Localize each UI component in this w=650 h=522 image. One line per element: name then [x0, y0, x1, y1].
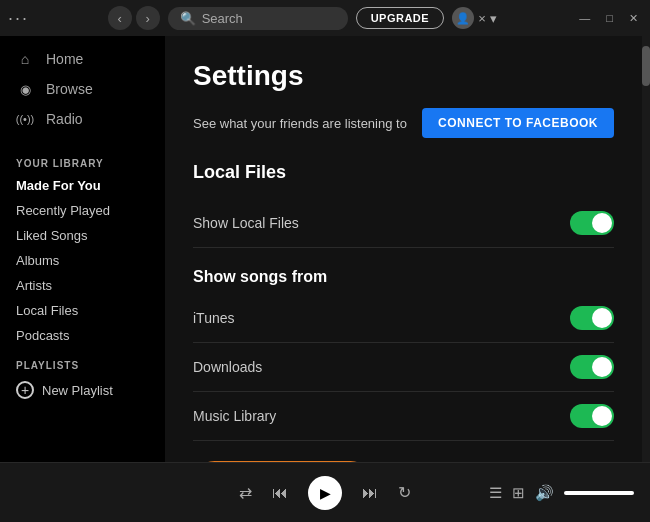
menu-dots: ··· — [8, 8, 29, 29]
search-bar[interactable]: 🔍 Search — [168, 7, 348, 30]
playlists-label: PLAYLISTS — [0, 360, 165, 371]
nav-buttons: ‹ › — [108, 6, 160, 30]
back-button[interactable]: ‹ — [108, 6, 132, 30]
search-icon: 🔍 — [180, 11, 196, 26]
page-title: Settings — [193, 60, 614, 92]
sidebar-item-made-for-you[interactable]: Made For You — [0, 173, 165, 198]
user-area: 👤 × ▾ — [452, 7, 497, 29]
sidebar-item-browse[interactable]: ◉ Browse — [16, 74, 149, 104]
your-library-label: YOUR LIBRARY — [0, 158, 165, 169]
maximize-button[interactable]: □ — [602, 10, 617, 27]
itunes-label: iTunes — [193, 310, 235, 326]
radio-icon: ((•)) — [16, 110, 34, 128]
sidebar-item-local-files[interactable]: Local Files — [0, 298, 165, 323]
sidebar-nav: ⌂ Home ◉ Browse ((•)) Radio — [0, 44, 165, 134]
music-library-row: Music Library — [193, 392, 614, 441]
close-button[interactable]: ✕ — [625, 10, 642, 27]
titlebar-center: ‹ › 🔍 Search UPGRADE 👤 × ▾ — [29, 6, 575, 30]
show-local-files-toggle[interactable] — [570, 211, 614, 235]
titlebar: ··· ‹ › 🔍 Search UPGRADE 👤 × ▾ — □ ✕ — [0, 0, 650, 36]
forward-button[interactable]: › — [136, 6, 160, 30]
add-source-button[interactable]: ADD A SOURCE — [193, 461, 372, 462]
upgrade-button[interactable]: UPGRADE — [356, 7, 445, 29]
next-button[interactable]: ⏭ — [362, 484, 378, 502]
facebook-banner: See what your friends are listening to C… — [193, 108, 614, 138]
new-playlist-button[interactable]: + New Playlist — [0, 375, 165, 405]
facebook-text: See what your friends are listening to — [193, 116, 407, 131]
sidebar-home-label: Home — [46, 51, 83, 67]
sidebar-item-home[interactable]: ⌂ Home — [16, 44, 149, 74]
player-bar: ⇄ ⏮ ▶ ⏭ ↻ ☰ ⊞ 🔊 — [0, 462, 650, 522]
sidebar-item-liked-songs[interactable]: Liked Songs — [0, 223, 165, 248]
itunes-row: iTunes — [193, 294, 614, 343]
plus-icon: + — [16, 381, 34, 399]
sidebar-browse-label: Browse — [46, 81, 93, 97]
sidebar-item-recently-played[interactable]: Recently Played — [0, 198, 165, 223]
downloads-label: Downloads — [193, 359, 262, 375]
play-button[interactable]: ▶ — [308, 476, 342, 510]
sidebar-radio-label: Radio — [46, 111, 83, 127]
downloads-toggle[interactable] — [570, 355, 614, 379]
sidebar-item-albums[interactable]: Albums — [0, 248, 165, 273]
new-playlist-label: New Playlist — [42, 383, 113, 398]
sidebar-item-artists[interactable]: Artists — [0, 273, 165, 298]
minimize-button[interactable]: — — [575, 10, 594, 27]
volume-bar[interactable] — [564, 491, 634, 495]
search-label: Search — [202, 11, 243, 26]
volume-icon[interactable]: 🔊 — [535, 484, 554, 502]
itunes-toggle[interactable] — [570, 306, 614, 330]
main-area: ⌂ Home ◉ Browse ((•)) Radio YOUR LIBRARY… — [0, 36, 650, 462]
queue-icon[interactable]: ☰ — [489, 484, 502, 502]
titlebar-dots: ··· — [8, 8, 29, 29]
sidebar-item-podcasts[interactable]: Podcasts — [0, 323, 165, 348]
browse-icon: ◉ — [16, 80, 34, 98]
player-right: ☰ ⊞ 🔊 — [434, 484, 634, 502]
show-local-files-label: Show Local Files — [193, 215, 299, 231]
repeat-button[interactable]: ↻ — [398, 483, 411, 502]
music-library-label: Music Library — [193, 408, 276, 424]
chevron-down-icon[interactable]: ▾ — [490, 11, 497, 26]
previous-button[interactable]: ⏮ — [272, 484, 288, 502]
shuffle-button[interactable]: ⇄ — [239, 483, 252, 502]
scrollbar-thumb[interactable] — [642, 46, 650, 86]
show-songs-title: Show songs from — [193, 268, 614, 286]
scrollbar[interactable] — [642, 36, 650, 462]
music-library-toggle[interactable] — [570, 404, 614, 428]
show-local-files-row: Show Local Files — [193, 199, 614, 248]
user-close[interactable]: × — [478, 11, 486, 26]
local-files-title: Local Files — [193, 162, 614, 183]
window-controls: — □ ✕ — [575, 10, 642, 27]
sidebar: ⌂ Home ◉ Browse ((•)) Radio YOUR LIBRARY… — [0, 36, 165, 462]
downloads-row: Downloads — [193, 343, 614, 392]
devices-icon[interactable]: ⊞ — [512, 484, 525, 502]
connect-facebook-button[interactable]: CONNECT TO FACEBOOK — [422, 108, 614, 138]
sidebar-item-radio[interactable]: ((•)) Radio — [16, 104, 149, 134]
home-icon: ⌂ — [16, 50, 34, 68]
player-center: ⇄ ⏮ ▶ ⏭ ↻ — [239, 476, 411, 510]
settings-content: Settings See what your friends are liste… — [165, 36, 642, 462]
user-icon: 👤 — [452, 7, 474, 29]
